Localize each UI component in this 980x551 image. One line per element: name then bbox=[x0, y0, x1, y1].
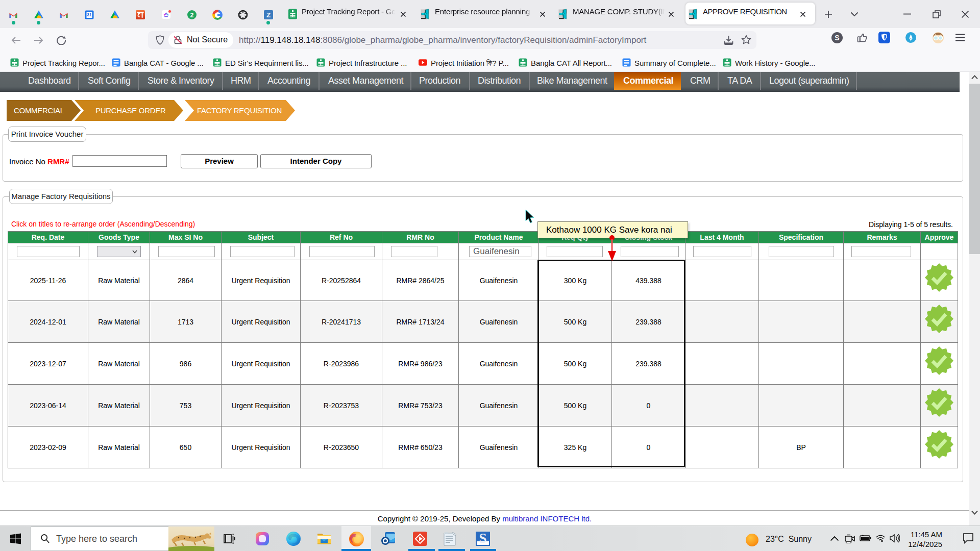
svg-text:31: 31 bbox=[87, 12, 92, 17]
svg-text:2: 2 bbox=[190, 12, 194, 19]
svg-text:Z: Z bbox=[266, 11, 271, 19]
